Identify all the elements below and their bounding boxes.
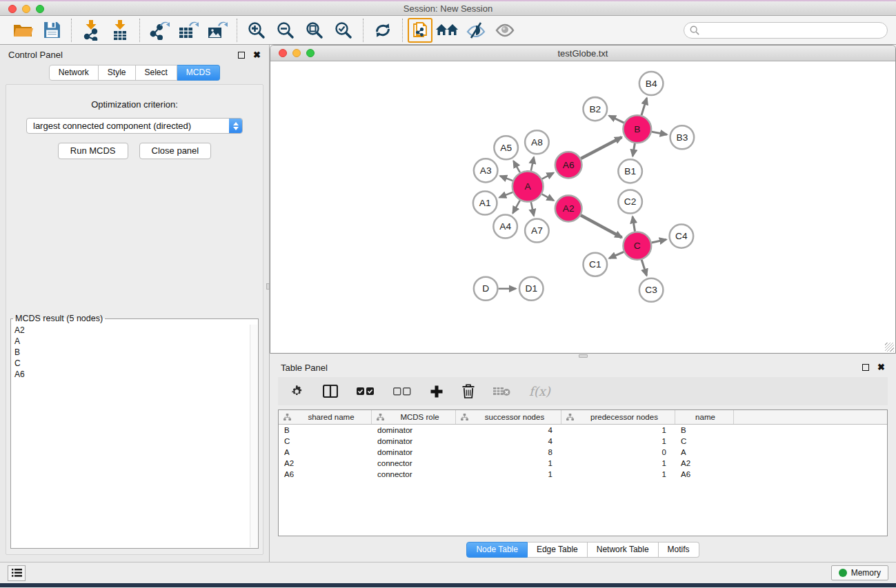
edge-A-A6[interactable]	[542, 173, 554, 179]
tab-select[interactable]: Select	[136, 65, 177, 81]
import-table-icon[interactable]	[106, 18, 135, 43]
graph-node-D[interactable]: D	[474, 277, 498, 301]
edge-A-A8[interactable]	[531, 157, 534, 171]
hide-panels-eye-icon[interactable]	[461, 18, 490, 43]
resize-grip-icon[interactable]	[885, 343, 894, 352]
graph-node-A3[interactable]: A3	[474, 159, 498, 182]
zoom-selected-icon[interactable]	[329, 18, 358, 43]
export-image-icon[interactable]	[203, 18, 232, 43]
graph-node-A[interactable]: A	[512, 171, 544, 201]
edge-A6-B[interactable]	[581, 137, 621, 159]
graph-node-C[interactable]: C	[623, 232, 651, 260]
close-panel-icon[interactable]: ✖	[253, 52, 261, 59]
edge-C-C2[interactable]	[633, 216, 635, 232]
add-column-icon[interactable]	[430, 385, 444, 398]
graph-node-B[interactable]: B	[623, 115, 651, 143]
maximize-window-button[interactable]	[36, 5, 44, 13]
criterion-select[interactable]: largest connected component (directed)	[26, 118, 243, 134]
show-eye-icon[interactable]	[490, 18, 519, 43]
edge-A2-C[interactable]	[581, 215, 622, 237]
search-input[interactable]	[699, 25, 882, 36]
result-item[interactable]: B	[14, 347, 258, 358]
network-close-button[interactable]	[279, 49, 287, 57]
close-window-button[interactable]	[8, 5, 17, 13]
edge-A-A5[interactable]	[513, 161, 519, 173]
tab-network-table[interactable]: Network Table	[588, 542, 659, 558]
network-canvas[interactable]: B4B2BB3A8A5A6A3B1AC2A1A2A4A7C4CC1DD1C3	[270, 61, 895, 353]
edge-B-B1[interactable]	[633, 143, 635, 156]
run-mcds-button[interactable]: Run MCDS	[58, 143, 128, 159]
network-graph[interactable]: B4B2BB3A8A5A6A3B1AC2A1A2A4A7C4CC1DD1C3	[270, 61, 895, 353]
column-header-name[interactable]: name	[675, 410, 734, 424]
graph-node-A4[interactable]: A4	[493, 215, 517, 239]
graph-node-B4[interactable]: B4	[639, 72, 664, 95]
float-table-panel-icon[interactable]	[862, 364, 869, 371]
tab-mcds[interactable]: MCDS	[177, 65, 220, 81]
edge-A-A3[interactable]	[500, 176, 512, 181]
gear-icon[interactable]	[291, 385, 304, 398]
edge-C-C1[interactable]	[609, 252, 624, 258]
tab-style[interactable]: Style	[99, 65, 136, 81]
table-row[interactable]: A6connector11A6	[279, 469, 887, 480]
graph-node-A2[interactable]: A2	[555, 195, 582, 221]
export-network-icon[interactable]	[145, 18, 174, 43]
delete-column-icon[interactable]	[462, 384, 475, 398]
edge-A-A2[interactable]	[542, 194, 554, 201]
tab-edge-table[interactable]: Edge Table	[528, 542, 588, 558]
result-item[interactable]: A6	[14, 369, 258, 380]
result-item[interactable]: C	[14, 358, 258, 369]
graph-node-D1[interactable]: D1	[519, 277, 544, 301]
column-header-MCDS-role[interactable]: MCDS role	[372, 410, 456, 424]
minimize-window-button[interactable]	[22, 5, 30, 13]
table-row[interactable]: Bdominator41B	[279, 425, 887, 436]
horizontal-splitter[interactable]	[270, 354, 896, 358]
tab-node-table[interactable]: Node Table	[466, 542, 528, 558]
graph-node-C2[interactable]: C2	[618, 190, 642, 213]
zoom-fit-icon[interactable]	[300, 18, 329, 43]
column-header-shared-name[interactable]: shared name	[279, 410, 372, 424]
function-builder-icon[interactable]: f(x)	[529, 385, 550, 398]
edge-C-C4[interactable]	[652, 239, 666, 243]
graph-node-A6[interactable]: A6	[555, 152, 582, 178]
edge-A-A1[interactable]	[499, 192, 512, 198]
graph-node-B1[interactable]: B1	[618, 159, 642, 183]
network-documents-icon[interactable]	[408, 18, 432, 43]
close-table-panel-icon[interactable]: ✖	[877, 364, 885, 371]
column-view-icon[interactable]	[323, 385, 338, 398]
close-panel-button[interactable]: Close panel	[139, 143, 212, 159]
zoom-out-icon[interactable]	[271, 18, 300, 43]
result-item[interactable]: A	[14, 336, 258, 347]
edge-B-B2[interactable]	[609, 116, 624, 123]
float-panel-icon[interactable]	[238, 52, 245, 59]
edge-A-A4[interactable]	[512, 201, 519, 214]
task-history-button[interactable]	[8, 565, 26, 581]
tab-motifs[interactable]: Motifs	[659, 542, 699, 558]
graph-node-A1[interactable]: A1	[473, 191, 497, 214]
zoom-in-icon[interactable]	[242, 18, 271, 43]
graph-node-C4[interactable]: C4	[670, 225, 694, 248]
select-all-checks-icon[interactable]	[357, 387, 375, 396]
vertical-splitter-grip[interactable]	[266, 283, 270, 290]
column-header-successor-nodes[interactable]: successor nodes	[456, 410, 561, 424]
graph-node-C1[interactable]: C1	[584, 253, 608, 276]
graph-node-A7[interactable]: A7	[525, 219, 549, 243]
column-header-predecessor-nodes[interactable]: predecessor nodes	[561, 410, 675, 424]
open-folder-icon[interactable]	[8, 18, 37, 43]
network-maximize-button[interactable]	[306, 49, 315, 57]
result-item[interactable]: A2	[14, 325, 258, 336]
session-home-icon[interactable]	[432, 18, 461, 43]
result-scrollbar[interactable]	[250, 325, 257, 547]
tab-network[interactable]: Network	[49, 65, 99, 81]
table-row[interactable]: Adominator80A	[279, 447, 887, 458]
search-field[interactable]	[684, 22, 888, 39]
edge-A-A7[interactable]	[531, 202, 534, 216]
refresh-view-icon[interactable]	[368, 18, 397, 43]
graph-node-A5[interactable]: A5	[494, 136, 518, 159]
edge-C-C3[interactable]	[641, 260, 646, 276]
graph-node-B3[interactable]: B3	[670, 125, 695, 149]
graph-node-C3[interactable]: C3	[639, 278, 664, 302]
edge-B-B4[interactable]	[641, 98, 647, 115]
edge-B-B3[interactable]	[652, 132, 667, 134]
table-row[interactable]: A2connector11A2	[279, 458, 887, 469]
network-minimize-button[interactable]	[292, 49, 301, 57]
